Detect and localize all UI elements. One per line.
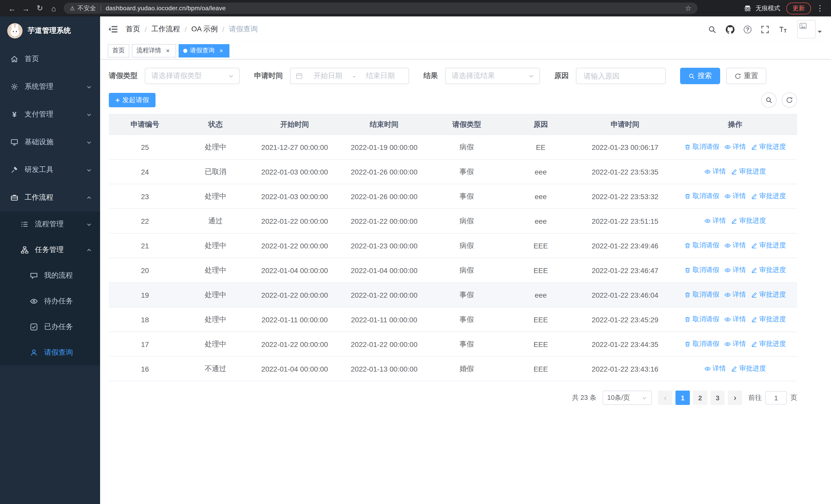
sidebar-item[interactable]: ¥支付管理 [0, 100, 100, 128]
approval-progress-link[interactable]: 审批进度 [751, 241, 786, 250]
table-cell: 通过 [181, 209, 250, 233]
sidebar-item-label: 已办任务 [44, 322, 73, 331]
breadcrumb-item: 请假查询 [229, 25, 258, 34]
approval-progress-link[interactable]: 审批进度 [731, 364, 766, 374]
home-icon [10, 55, 19, 63]
font-size-icon[interactable] [774, 17, 792, 42]
cancel-leave-link[interactable]: 取消请假 [684, 142, 719, 152]
browser-home-icon[interactable]: ⌂ [47, 1, 61, 15]
fullscreen-icon[interactable] [756, 17, 774, 42]
sidebar-item[interactable]: 任务管理 [0, 237, 100, 263]
table-cell: 处理中 [181, 135, 250, 159]
table-row: 17处理中2022-01-22 00:00:002022-01-22 00:00… [109, 332, 797, 356]
search-button[interactable]: 搜索 [680, 68, 720, 84]
breadcrumb-separator: / [145, 25, 147, 33]
sidebar-item-label: 工作流程 [25, 193, 53, 202]
result-select[interactable]: 请选择流结果 [445, 68, 540, 84]
briefcase-icon [10, 194, 19, 202]
page-number-button[interactable]: 3 [710, 391, 725, 405]
goto-page-input[interactable] [765, 391, 787, 405]
reason-input[interactable] [577, 68, 664, 84]
toggle-search-button[interactable] [761, 92, 777, 108]
bookmark-star-icon[interactable]: ☆ [685, 4, 691, 12]
page-number-button[interactable]: 2 [693, 391, 707, 405]
avatar-caret-icon[interactable] [818, 31, 822, 35]
table-cell: 19 [109, 283, 181, 307]
sidebar-item[interactable]: 基础设施 [0, 128, 100, 156]
page-buttons: ‹ 123 › [658, 391, 742, 405]
table-cell: 2022-01-22 00:00:00 [250, 209, 340, 233]
tab-0[interactable]: 首页 [108, 44, 130, 57]
sidebar-item[interactable]: 工作流程 [0, 184, 100, 211]
next-page-button[interactable]: › [728, 391, 742, 405]
avatar[interactable] [797, 20, 815, 38]
detail-link[interactable]: 详情 [724, 241, 746, 250]
table-cell: 2022-01-22 23:46:47 [577, 258, 673, 283]
sidebar-item[interactable]: 已办任务 [0, 314, 100, 340]
help-icon[interactable]: ? [739, 17, 756, 42]
browser-menu-icon[interactable]: ⋮ [814, 4, 826, 13]
sidebar-toggle-icon[interactable] [108, 24, 118, 34]
sidebar-item[interactable]: 我的流程 [0, 263, 100, 289]
sidebar-item-label: 任务管理 [35, 245, 64, 255]
detail-link[interactable]: 详情 [705, 216, 726, 226]
page-number-button[interactable]: 1 [676, 391, 690, 405]
detail-link[interactable]: 详情 [724, 142, 746, 152]
detail-link[interactable]: 详情 [724, 192, 746, 201]
sidebar-item[interactable]: 请假查询 [0, 340, 100, 365]
close-tab-icon[interactable]: × [164, 47, 171, 54]
detail-link[interactable]: 详情 [724, 315, 746, 324]
chevron-down-icon [86, 221, 92, 227]
breadcrumb-separator: / [222, 25, 224, 33]
detail-link[interactable]: 详情 [724, 339, 746, 349]
github-icon[interactable] [721, 17, 739, 42]
apply-time-label: 申请时间 [254, 71, 283, 81]
approval-progress-link[interactable]: 审批进度 [751, 339, 786, 349]
sidebar-item-label: 请假查询 [44, 348, 73, 357]
tab-1[interactable]: 流程详情× [132, 44, 176, 57]
create-leave-button[interactable]: + 发起请假 [109, 93, 155, 107]
cancel-leave-link[interactable]: 取消请假 [684, 339, 719, 349]
page-size-select[interactable]: 10条/页 [603, 391, 652, 405]
leave-type-select[interactable]: 请选择请假类型 [145, 68, 240, 84]
refresh-table-button[interactable] [782, 92, 797, 108]
approval-progress-link[interactable]: 审批进度 [751, 266, 786, 275]
sidebar-item[interactable]: 待办任务 [0, 289, 100, 314]
sidebar-item[interactable]: 研发工具 [0, 156, 100, 184]
prev-page-button[interactable]: ‹ [658, 391, 672, 405]
cancel-leave-link[interactable]: 取消请假 [684, 290, 719, 299]
approval-progress-link[interactable]: 审批进度 [751, 315, 786, 324]
detail-link[interactable]: 详情 [724, 290, 746, 299]
reset-button[interactable]: 重置 [726, 68, 766, 84]
sidebar-item[interactable]: 系统管理 [0, 73, 100, 100]
header-search-icon[interactable] [703, 17, 721, 42]
page-content: 请假类型 请选择请假类型 申请时间 开始日期 - 结束日期 结果 请选择流结果 [100, 60, 831, 504]
detail-link[interactable]: 详情 [705, 167, 726, 176]
approval-progress-link[interactable]: 审批进度 [731, 167, 766, 176]
cancel-leave-link[interactable]: 取消请假 [684, 266, 719, 275]
table-cell: 18 [109, 307, 181, 332]
cancel-leave-link[interactable]: 取消请假 [684, 241, 719, 250]
detail-link[interactable]: 详情 [705, 364, 726, 374]
table-row: 24已取消2022-01-03 00:00:002022-01-26 00:00… [109, 159, 797, 184]
sidebar-item[interactable]: 首页 [0, 45, 100, 73]
close-tab-icon[interactable]: × [218, 47, 225, 54]
update-button[interactable]: 更新 [786, 2, 811, 14]
tab-2[interactable]: 请假查询× [179, 44, 229, 57]
approval-progress-link[interactable]: 审批进度 [751, 192, 786, 201]
breadcrumb-item[interactable]: 首页 [126, 25, 140, 34]
browser-back-icon[interactable]: ← [5, 1, 19, 15]
chevron-up-icon [86, 247, 92, 253]
browser-reload-icon[interactable]: ↻ [33, 1, 47, 15]
cancel-leave-link[interactable]: 取消请假 [684, 192, 719, 201]
address-bar[interactable]: ⚠ 不安全 dashboard.yudao.iocoder.cn/bpm/oa/… [64, 3, 697, 14]
approval-progress-link[interactable]: 审批进度 [751, 290, 786, 299]
cancel-leave-link[interactable]: 取消请假 [684, 315, 719, 324]
detail-link[interactable]: 详情 [724, 266, 746, 275]
browser-forward-icon[interactable]: → [19, 1, 33, 15]
table-cell: 病假 [429, 135, 505, 159]
apply-time-range-picker[interactable]: 开始日期 - 结束日期 [290, 68, 409, 84]
approval-progress-link[interactable]: 审批进度 [731, 216, 766, 226]
sidebar-item[interactable]: 流程管理 [0, 211, 100, 237]
approval-progress-link[interactable]: 审批进度 [751, 142, 786, 152]
